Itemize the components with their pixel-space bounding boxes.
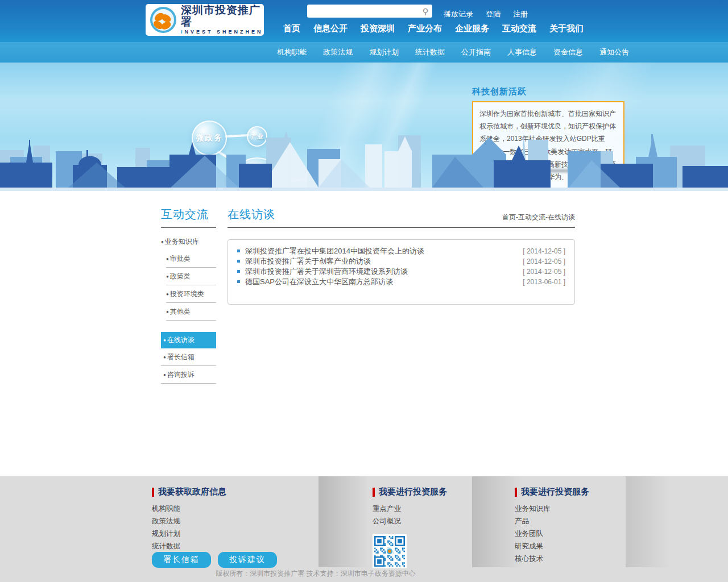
nav-enterprise-services[interactable]: 企业服务 — [455, 23, 489, 34]
secondary-nav: 机构职能 政策法规 规划计划 统计数据 公开指南 人事信息 资金信息 通知公告 — [0, 42, 728, 63]
subnav-notices[interactable]: 通知公告 — [599, 47, 629, 57]
footer-link-knowledge-base[interactable]: 业务知识库 — [515, 504, 589, 514]
footer-col-invest-service-1: 我要进行投资服务 重点产业 公司概况 — [373, 487, 447, 568]
list-item: 德国SAP公司在深设立大中华区南方总部访谈 [ 2013-06-01 ] — [237, 277, 565, 287]
footer-link-functions[interactable]: 机构职能 — [152, 504, 226, 514]
list-item: 深圳市投资推广署关于深圳营商环境建设系列访谈 [ 2014-12-05 ] — [237, 267, 565, 277]
city-skyline — [0, 131, 728, 188]
site-logo[interactable]: 深圳市投资推广署 INVEST SHENZHEN — [146, 4, 264, 36]
logo-subtitle: INVEST SHENZHEN — [181, 30, 264, 35]
sidebar-item-knowledge-base[interactable]: ●业务知识库 — [161, 234, 216, 250]
logo-title: 深圳市投资推广署 — [181, 5, 264, 28]
footer-link-statistics[interactable]: 统计数据 — [152, 542, 226, 551]
invest-shenzhen-page: 深圳市投资推广署 INVEST SHENZHEN ⚲ 播放记录 登陆 注册 首页… — [0, 0, 728, 582]
sidebar-item-consult-complaint[interactable]: ●咨询投诉 — [161, 366, 216, 384]
red-bar-icon — [515, 488, 517, 497]
article-date: [ 2014-12-05 ] — [523, 257, 565, 265]
article-date: [ 2014-12-05 ] — [523, 268, 565, 276]
footer-link-company-profile[interactable]: 公司概况 — [373, 517, 447, 526]
sidebar-item-approval[interactable]: ●审批类 — [166, 250, 216, 268]
play-history-link[interactable]: 播放记录 — [444, 9, 473, 19]
nav-home[interactable]: 首页 — [283, 23, 300, 34]
main-panel: 在线访谈 首页-互动交流-在线访谈 深圳投资推广署在投中集团2014中国投资年会… — [228, 207, 575, 305]
article-link[interactable]: 深圳市投资推广署关于深圳营商环境建设系列访谈 — [237, 267, 408, 277]
footer-link-core-tech[interactable]: 核心技术 — [515, 554, 589, 564]
subnav-funding[interactable]: 资金信息 — [553, 47, 583, 57]
footer-link-policies[interactable]: 政策法规 — [152, 517, 226, 526]
footer-col-invest-service-2: 我要进行投资服务 业务知识库 产品 业务团队 研究成果 核心技术 — [515, 487, 589, 567]
footer-buttons: 署长信箱 投诉建议 — [152, 552, 277, 568]
bullet-icon — [237, 260, 240, 263]
nav-invest-shenzhen[interactable]: 投资深圳 — [361, 23, 395, 34]
list-item: 深圳投资推广署在投中集团2014中国投资年会上的访谈 [ 2014-12-05 … — [237, 246, 565, 256]
article-link[interactable]: 德国SAP公司在深设立大中华区南方总部访谈 — [237, 277, 393, 287]
red-bar-icon — [373, 488, 375, 497]
footer: 我要获取政府信息 机构职能 政策法规 规划计划 统计数据 其他 我要进行投资服务… — [0, 476, 728, 582]
article-list: 深圳投资推广署在投中集团2014中国投资年会上的访谈 [ 2014-12-05 … — [228, 239, 575, 305]
article-link[interactable]: 深圳投资推广署在投中集团2014中国投资年会上的访谈 — [237, 246, 424, 256]
register-link[interactable]: 注册 — [513, 9, 528, 19]
breadcrumb[interactable]: 首页-互动交流-在线访谈 — [502, 213, 575, 222]
complaint-suggestion-button[interactable]: 投诉建议 — [218, 552, 277, 568]
account-links: 播放记录 登陆 注册 — [444, 9, 528, 19]
footer-link-business-team[interactable]: 业务团队 — [515, 529, 589, 539]
footer-link-key-industries[interactable]: 重点产业 — [373, 504, 447, 514]
subnav-policies[interactable]: 政策法规 — [323, 47, 353, 57]
page-title: 在线访谈 — [228, 207, 275, 222]
footer-col-title: 我要获取政府信息 — [158, 487, 226, 497]
subnav-personnel[interactable]: 人事信息 — [507, 47, 537, 57]
bullet-icon — [237, 270, 240, 273]
director-mailbox-button[interactable]: 署长信箱 — [152, 552, 211, 568]
sidebar-item-others[interactable]: ●其他类 — [166, 303, 216, 321]
article-date: [ 2014-12-05 ] — [523, 247, 565, 255]
search-bar: ⚲ — [307, 5, 432, 18]
search-icon[interactable]: ⚲ — [419, 5, 432, 18]
subnav-plans[interactable]: 规划计划 — [369, 47, 399, 57]
nav-about-us[interactable]: 关于我们 — [549, 23, 584, 34]
list-item: 深圳市投资推广署关于创客产业的访谈 [ 2014-12-05 ] — [237, 256, 565, 267]
hero-banner: 微政务 产业 创客 微教育 科技 ✈ 科技创新活跃 深圳作为国家首批创新城市、首… — [0, 63, 728, 191]
subnav-statistics[interactable]: 统计数据 — [415, 47, 445, 57]
sidebar-item-policy[interactable]: ●政策类 — [166, 268, 216, 285]
article-link[interactable]: 深圳市投资推广署关于创客产业的访谈 — [237, 256, 371, 267]
sidebar-item-investment-env[interactable]: ●投资环境类 — [166, 285, 216, 303]
subnav-functions[interactable]: 机构职能 — [277, 47, 307, 57]
bullet-icon — [237, 280, 240, 283]
invest-shenzhen-emblem-icon — [150, 7, 176, 33]
main-nav: 首页 信息公开 投资深圳 产业分布 企业服务 互动交流 关于我们 — [283, 23, 584, 34]
footer-link-products[interactable]: 产品 — [515, 517, 589, 526]
nav-industry-distribution[interactable]: 产业分布 — [408, 23, 442, 34]
qr-code — [373, 534, 407, 568]
nav-interaction[interactable]: 互动交流 — [502, 23, 536, 34]
copyright: 版权所有：深圳市投资推广署 技术支持：深圳市电子政务资源中心 — [0, 569, 631, 579]
sidebar-item-director-mailbox[interactable]: ●署长信箱 — [161, 348, 216, 366]
login-link[interactable]: 登陆 — [486, 9, 500, 19]
footer-link-research-results[interactable]: 研究成果 — [515, 542, 589, 551]
header: 深圳市投资推广署 INVEST SHENZHEN ⚲ 播放记录 登陆 注册 首页… — [0, 0, 728, 42]
footer-link-plans[interactable]: 规划计划 — [152, 529, 226, 539]
sidebar-item-online-interview-active[interactable]: ●在线访谈 — [161, 332, 216, 348]
footer-col-title: 我要进行投资服务 — [521, 487, 589, 497]
red-bar-icon — [152, 488, 154, 497]
subnav-disclosure-guide[interactable]: 公开指南 — [461, 47, 491, 57]
article-date: [ 2013-06-01 ] — [523, 278, 565, 286]
feature-title: 科技创新活跃 — [472, 86, 624, 97]
footer-col-title: 我要进行投资服务 — [379, 487, 447, 497]
search-input[interactable] — [307, 5, 419, 18]
nav-info-disclosure[interactable]: 信息公开 — [313, 23, 348, 34]
sidebar: 互动交流 ●业务知识库 ●审批类 ●政策类 ●投资环境类 ●其他类 ●在线访谈 … — [161, 207, 216, 384]
bullet-icon — [237, 250, 240, 252]
sidebar-title: 互动交流 — [161, 207, 216, 228]
content-area: 互动交流 ●业务知识库 ●审批类 ●政策类 ●投资环境类 ●其他类 ●在线访谈 … — [0, 191, 728, 476]
